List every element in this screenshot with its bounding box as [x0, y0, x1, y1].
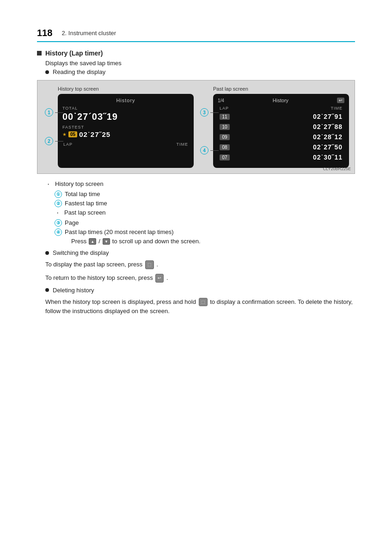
desc-item-1: ① Total lap time	[55, 191, 355, 198]
past-title-text: History	[273, 98, 288, 103]
desc-item-3: ③ Page	[55, 219, 355, 227]
desc-item-4: ④ Past lap times (20 most recent lap tim…	[55, 228, 355, 236]
switch-text2-suffix: .	[166, 274, 168, 281]
page-number: 118	[37, 28, 52, 38]
history-title: History	[62, 98, 189, 103]
scroll-press-label: Press	[71, 238, 86, 245]
fastest-row: ★ 05 02˙27˝25	[62, 130, 189, 138]
switch-text1: To display the past lap screen, press	[45, 261, 142, 268]
past-lap-label: Past lap screen	[213, 86, 349, 92]
lap-row-10: 10 02˙27˝88	[218, 122, 344, 131]
bullet-switching: Switching the display	[45, 249, 355, 256]
col-lap-right: LAP	[220, 106, 229, 111]
history-screen: History TOTAL 00˙27´03˝19 FASTEST ★ 05 0…	[58, 94, 194, 168]
lap-num-07: 07	[220, 154, 230, 160]
callout-3: 3	[200, 108, 208, 117]
section-title: History (Lap timer)	[45, 49, 103, 57]
screen-icon-2: ⬚	[199, 298, 208, 306]
arrow-down-icon: ▼	[103, 238, 110, 245]
switch-text1-suffix: .	[157, 261, 159, 268]
desc-item-2: ② Fastest lap time	[55, 200, 355, 207]
item2-text: Fastest lap time	[65, 200, 107, 207]
diagram-container: History top screen History TOTAL 00˙27´0…	[37, 80, 355, 174]
page-container: 118 2. Instrument cluster History (Lap t…	[0, 0, 392, 339]
callout-inline-2: ②	[55, 200, 62, 207]
history-top-text: History top screen	[55, 180, 104, 187]
bullet-circle-delete	[45, 288, 49, 292]
callout-inline-1: ①	[55, 191, 62, 198]
lap-time-10: 02˙27˝88	[313, 123, 343, 130]
bullet-reading-label: Reading the display	[53, 68, 105, 75]
lap-time-08: 02˙27˝50	[313, 143, 343, 151]
bullet-circle-switch	[45, 251, 49, 255]
callout-1: 1	[45, 108, 53, 117]
history-top-label: History top screen	[58, 86, 194, 92]
bullet-deleting: Deleting history	[45, 287, 355, 294]
section-icon	[37, 51, 42, 56]
diagram-code: CLY20BR225E	[323, 166, 351, 171]
page-header: 118 2. Instrument cluster	[37, 28, 355, 42]
lap-row-08: 08 02˙27˝50	[218, 142, 344, 152]
switch-para-1: To display the past lap screen, press ⬚ …	[45, 260, 355, 270]
fastest-time: 02˙27˝25	[79, 130, 110, 138]
scroll-instruction: Press ▲ / ▼ to scroll up and down the sc…	[71, 238, 355, 245]
col-lap-left: LAP	[63, 142, 73, 147]
desc-list: ・ History top screen ① Total lap time ② …	[45, 180, 355, 245]
history-top-wrapper: History top screen History TOTAL 00˙27´0…	[43, 86, 194, 168]
lap-num-08: 08	[220, 144, 230, 150]
switch-text2: To return to the history top screen, pre…	[45, 274, 153, 281]
past-lap-wrapper: Past lap screen 1/4 History ↩ LAP TIME 1…	[198, 86, 349, 168]
scroll-suffix: to scroll up and down the screen.	[112, 238, 201, 245]
fastest-badge: 05	[68, 131, 77, 137]
bullet-delete-label: Deleting history	[53, 287, 94, 294]
total-time: 00˙27´03˝19	[62, 111, 189, 122]
callout-4: 4	[200, 146, 208, 154]
lap-num-10: 10	[220, 124, 230, 130]
lap-num-11: 11	[220, 114, 230, 120]
item3-text: Page	[65, 219, 79, 226]
total-label: TOTAL	[62, 106, 189, 111]
past-title-bar: 1/4 History ↩	[218, 98, 344, 103]
back-icon: ↩	[155, 274, 164, 282]
screen-icon-1: ⬚	[145, 260, 154, 269]
section-desc: Displays the saved lap times	[45, 60, 355, 67]
lap-time-11: 02˙27˝91	[313, 113, 343, 120]
switch-para-2: To return to the history top screen, pre…	[45, 273, 355, 283]
page-chapter: 2. Instrument cluster	[61, 30, 116, 37]
past-lap-screen-label: ・ Past lap screen	[55, 209, 355, 217]
delete-text: When the history top screen is displayed…	[45, 298, 196, 305]
lap-row-09: 09 02˙28˝12	[218, 132, 344, 142]
dot-icon2: ・	[55, 209, 61, 217]
page-info: 1/4	[218, 98, 224, 103]
callout-inline-3: ③	[55, 219, 62, 227]
dot-icon: ・	[45, 180, 51, 189]
bullet-circle-icon	[45, 70, 49, 74]
section-heading: History (Lap timer)	[37, 49, 355, 57]
lap-row-07: 07 02˙30˝11	[218, 153, 344, 162]
bullet-reading-display: Reading the display	[45, 68, 355, 75]
lap-row-11: 11 02˙27˝91	[218, 112, 344, 121]
col-time-left: TIME	[177, 142, 189, 147]
delete-para: When the history top screen is displayed…	[45, 297, 355, 317]
arrow-up-icon: ▲	[89, 238, 96, 245]
past-lap-text: Past lap screen	[64, 209, 106, 216]
lap-time-09: 02˙28˝12	[313, 133, 343, 141]
past-screen: 1/4 History ↩ LAP TIME 11 02˙27˝91 10 02…	[213, 94, 349, 168]
scroll-sep: /	[98, 238, 100, 245]
back-button[interactable]: ↩	[337, 98, 344, 103]
bullet-switch-label: Switching the display	[53, 249, 109, 256]
lap-table-header: LAP TIME	[218, 106, 344, 111]
lap-time-07: 02˙30˝11	[313, 154, 343, 161]
col-time-right: TIME	[331, 106, 343, 111]
callout-inline-4: ④	[55, 228, 62, 236]
history-top-screen-label: ・ History top screen	[45, 180, 355, 189]
fastest-label: FASTEST	[62, 125, 189, 130]
item4-text: Past lap times (20 most recent lap times…	[65, 228, 174, 235]
callout-2: 2	[45, 137, 53, 145]
lap-num-09: 09	[220, 134, 230, 140]
item1-text: Total lap time	[65, 191, 100, 197]
lap-time-header: LAP TIME	[62, 142, 189, 147]
